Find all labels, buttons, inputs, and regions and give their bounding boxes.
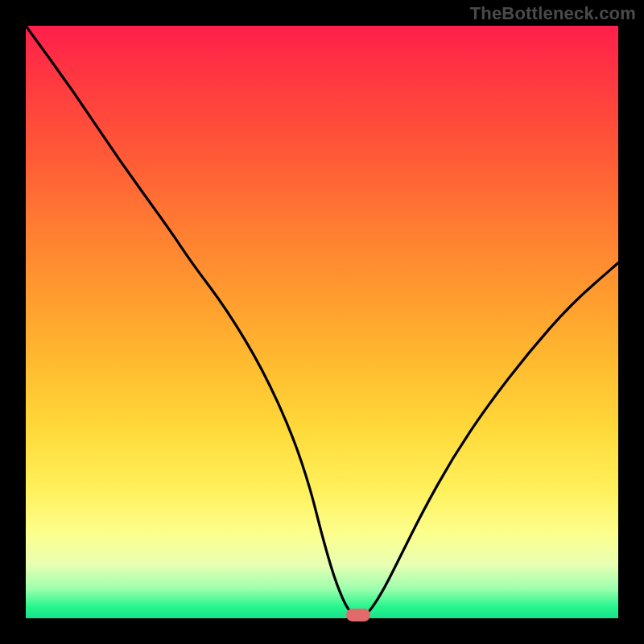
chart-frame: TheBottleneck.com xyxy=(0,0,644,644)
plot-area xyxy=(26,26,618,618)
watermark-text: TheBottleneck.com xyxy=(470,3,636,24)
optimal-point-marker xyxy=(346,609,370,621)
bottleneck-curve xyxy=(26,26,618,618)
